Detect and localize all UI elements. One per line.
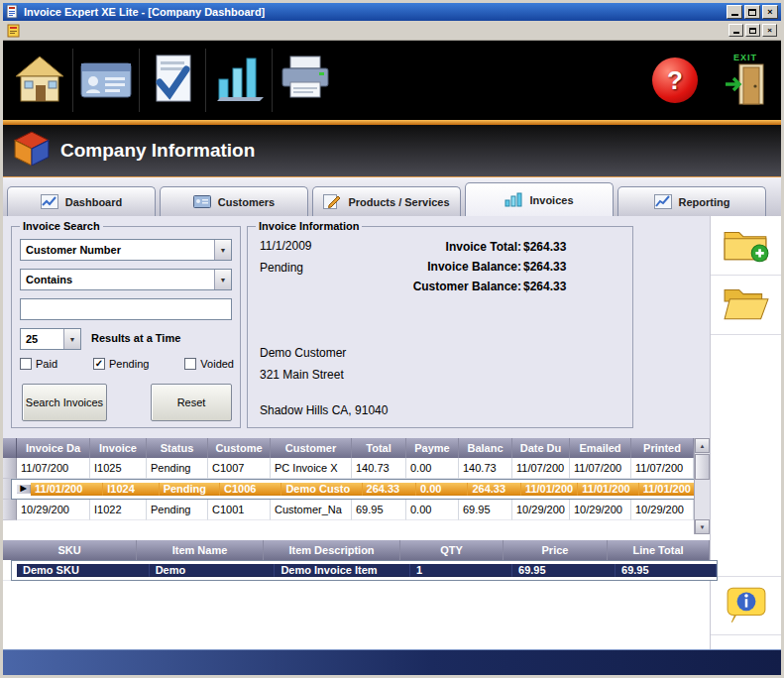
row-indicator	[3, 458, 17, 479]
group-title: Invoice Search	[20, 220, 103, 232]
scroll-down-button[interactable]: ▼	[695, 519, 710, 534]
column-header[interactable]: Total	[352, 438, 406, 458]
minimize-button[interactable]	[727, 5, 742, 19]
tab-products-services[interactable]: Products / Services	[312, 186, 461, 216]
line-items-table: SKU Item Name Item Description QTY Price…	[3, 540, 710, 602]
checkbox-box[interactable]	[93, 358, 105, 370]
close-button[interactable]: ×	[762, 5, 778, 19]
total-label: Customer Balance:	[371, 280, 521, 293]
exit-button[interactable]: EXIT	[724, 53, 767, 109]
tab-reporting[interactable]: Reporting	[617, 186, 766, 216]
main-area: Invoice Search Customer Number ▼ Contain…	[3, 216, 781, 649]
dashboard-content: Invoice Search Customer Number ▼ Contain…	[3, 216, 710, 438]
cell-customer: Demo Custo	[281, 483, 362, 496]
column-header[interactable]: Balanc	[459, 438, 512, 458]
total-value: $264.33	[521, 260, 581, 274]
child-minimize-button[interactable]	[728, 24, 743, 37]
dropdown-value: Customer Number	[26, 244, 121, 256]
print-button[interactable]	[275, 45, 336, 116]
invoice-row[interactable]: 11/07/200 I1025 Pending C1007 PC Invoice…	[3, 458, 694, 479]
cell-invoice-number: I1022	[90, 500, 147, 520]
column-header[interactable]: Status	[147, 438, 208, 458]
cell-balance: 140.73	[459, 458, 512, 479]
column-header[interactable]: Invoice Da	[17, 438, 90, 458]
window-title: Invoice Expert XE Lite - [Company Dashbo…	[24, 6, 723, 18]
maximize-icon	[748, 9, 756, 16]
tab-customers[interactable]: Customers	[160, 186, 308, 216]
invoice-information-group: Invoice Information 11/1/2009 Pending In…	[247, 226, 633, 428]
tab-dashboard[interactable]: Dashboard	[7, 186, 156, 216]
cell-emailed: 11/07/200	[570, 458, 631, 479]
reset-button[interactable]: Reset	[151, 384, 232, 421]
column-header[interactable]: Date Du	[512, 438, 570, 458]
invoice-details-button[interactable]	[711, 576, 781, 635]
cell-item-description: Demo Invoice Item	[275, 564, 410, 577]
maximize-button[interactable]	[744, 5, 760, 19]
dropdown-value: 25	[26, 333, 38, 345]
scrollbar-thumb[interactable]	[695, 454, 710, 480]
column-header[interactable]: Emailed	[570, 438, 631, 458]
invoice-row[interactable]: 11/01/200 I1024 Pending C1006 Demo Custo…	[11, 479, 702, 500]
checkbox-box[interactable]	[184, 358, 196, 370]
open-invoice-button[interactable]	[711, 276, 781, 335]
checkbox-box[interactable]	[20, 358, 32, 370]
invoice-status: Pending	[260, 261, 303, 275]
tab-bar: Dashboard Customers Products / Services …	[3, 176, 781, 216]
status-checkbox[interactable]: Voided	[184, 358, 234, 370]
search-operator-dropdown[interactable]: Contains ▼	[20, 269, 232, 290]
column-header[interactable]: Line Total	[608, 540, 710, 560]
column-header[interactable]: Invoice	[90, 438, 147, 458]
vertical-scrollbar[interactable]: ▲ ▼	[694, 438, 710, 534]
customers-button[interactable]	[75, 45, 137, 116]
cell-total: 140.73	[352, 458, 406, 479]
child-close-button[interactable]: ×	[762, 24, 777, 37]
column-header[interactable]: Item Name	[137, 540, 264, 560]
invoice-row[interactable]: 10/29/200 I1022 Pending C1001 Customer_N…	[3, 500, 694, 520]
tab-label: Reporting	[679, 196, 730, 208]
main-toolbar: ? EXIT	[3, 41, 781, 120]
dropdown-arrow-icon: ▼	[214, 270, 231, 289]
results-count-dropdown[interactable]: 25 ▼	[20, 328, 81, 350]
cell-invoice-date: 10/29/200	[17, 500, 90, 520]
line-item-row[interactable]: Demo SKU Demo Demo Invoice Item 1 69.95 …	[11, 560, 718, 581]
cell-customer-number: C1007	[208, 458, 271, 479]
column-header[interactable]: QTY	[400, 540, 504, 560]
status-checkbox[interactable]: Paid	[20, 358, 57, 370]
search-field-dropdown[interactable]: Customer Number ▼	[20, 239, 232, 261]
home-button[interactable]	[9, 45, 70, 116]
status-checkbox[interactable]: Pending	[93, 358, 149, 370]
cell-status: Pending	[147, 458, 208, 479]
column-header[interactable]: Item Description	[264, 540, 400, 560]
child-window-icon	[7, 23, 22, 38]
help-button[interactable]: ?	[652, 57, 698, 103]
toolbar-separator	[272, 49, 273, 112]
group-title: Invoice Information	[256, 220, 362, 232]
app-logo-icon	[13, 130, 51, 171]
column-header[interactable]: SKU	[3, 540, 137, 560]
exit-door-icon	[724, 62, 767, 109]
total-label: Invoice Balance:	[371, 260, 521, 274]
child-restore-button[interactable]	[745, 24, 760, 37]
cell-emailed: 10/29/200	[570, 500, 631, 520]
cell-line-total: 69.95	[616, 564, 717, 577]
column-header[interactable]: Payme	[406, 438, 459, 458]
search-value-input[interactable]	[20, 298, 232, 320]
column-header[interactable]: Custome	[208, 438, 271, 458]
dropdown-arrow-icon: ▼	[63, 329, 80, 349]
new-invoice-button[interactable]	[711, 216, 781, 276]
column-header[interactable]: Printed	[631, 438, 694, 458]
status-filter-checkboxes: Paid Pending Voided	[20, 358, 234, 370]
tasks-button[interactable]	[142, 45, 203, 116]
column-header[interactable]: Customer	[271, 438, 352, 458]
cell-customer-number: C1001	[208, 500, 271, 520]
scroll-up-button[interactable]: ▲	[695, 438, 710, 453]
search-invoices-button[interactable]: Search Invoices	[22, 384, 107, 421]
products-button[interactable]	[208, 45, 270, 116]
row-indicator-header	[3, 438, 17, 458]
bar-chart-3d-icon	[214, 54, 264, 108]
tab-invoices[interactable]: Invoices	[465, 182, 614, 216]
column-header[interactable]: Price	[504, 540, 608, 560]
cell-invoice-number: I1025	[90, 458, 147, 479]
cell-qty: 1	[410, 564, 512, 577]
section-header: Company Information	[3, 125, 781, 176]
